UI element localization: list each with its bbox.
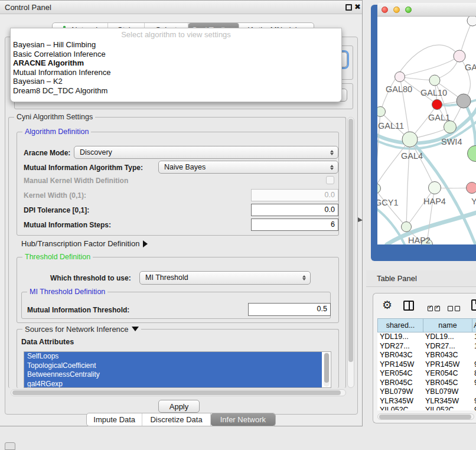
column-header-shared-name[interactable]: shared...: [377, 318, 423, 332]
node-table: shared... name A YDL19... YDL19... 13 YD…: [377, 318, 476, 410]
mi-type-select[interactable]: Naive Bayes: [158, 161, 338, 174]
close-traffic-light-icon[interactable]: [382, 6, 388, 13]
cell: [472, 351, 476, 360]
table-header-row: shared... name A: [377, 318, 476, 332]
table-row[interactable]: YDR27... YDR27... 12: [377, 342, 476, 351]
network-window-titlebar[interactable]: [377, 3, 476, 17]
hub-definition-label: Hub/Transcription Factor Definition: [21, 239, 139, 248]
algorithm-option[interactable]: Mutual Information Inference: [13, 68, 338, 77]
cell: YBR043C: [423, 351, 472, 360]
aracne-mode-select[interactable]: Discovery: [74, 146, 338, 159]
aracne-mode-value: Discovery: [80, 148, 112, 156]
algorithm-option[interactable]: Basic Correlation Inference: [13, 50, 338, 59]
control-panel-title: Control Panel: [5, 3, 51, 12]
column-header-name[interactable]: name: [423, 318, 472, 332]
settings-vscroll-thumb[interactable]: [348, 119, 353, 362]
node-label: GAL: [465, 63, 476, 72]
deselect-all-columns-icon[interactable]: [448, 303, 460, 314]
cell: 9.: [472, 379, 476, 388]
cell: YLR345W: [423, 397, 472, 406]
attribute-item[interactable]: TopologicalCoefficient: [24, 361, 322, 371]
kernel-width-input[interactable]: 0.0: [251, 189, 338, 201]
manual-kernel-label: Manual Kernel Width Definition: [24, 177, 128, 185]
settings-hscroll-thumb[interactable]: [12, 390, 341, 395]
node-label: Y: [471, 197, 476, 206]
manual-kernel-checkbox[interactable]: [326, 176, 334, 184]
cell: YIL052C: [377, 406, 423, 410]
tab-discretize-data[interactable]: Discretize Data: [142, 413, 210, 426]
control-panel-window: Control Panel ✖ Network Style Select: [0, 0, 363, 426]
dpi-tolerance-input[interactable]: 0.0: [251, 204, 338, 216]
combo-arrows-icon: [302, 272, 306, 284]
node-hap4: [429, 182, 441, 194]
table-hscroll-thumb[interactable]: [379, 415, 471, 419]
cell: 12: [472, 342, 476, 351]
node-label: GAL1: [428, 113, 450, 122]
table-row[interactable]: YBL079W YBL079W: [377, 387, 476, 397]
tab-infer-network[interactable]: Infer Network: [211, 413, 275, 426]
node-gal11: [377, 107, 386, 117]
export-table-icon[interactable]: [471, 299, 476, 311]
hub-definition-expander[interactable]: Hub/Transcription Factor Definition: [21, 239, 148, 248]
table-row[interactable]: YLR345W YLR345W 9.: [377, 397, 476, 406]
collapsed-panel-button[interactable]: [5, 442, 15, 450]
attribute-item[interactable]: BetweennessCentrality: [24, 370, 322, 380]
minimize-traffic-light-icon[interactable]: [393, 6, 400, 13]
node-red: [432, 100, 442, 110]
algorithm-option[interactable]: Dream8 DC_TDC Algorithm: [13, 86, 338, 96]
cell: 9.: [472, 397, 476, 406]
bottom-tabbar: Impute Data Discretize Data Infer Networ…: [86, 413, 276, 426]
column-header-partial[interactable]: A: [472, 318, 476, 332]
table-row[interactable]: YPR145W YPR145W 9.: [377, 360, 476, 370]
node-label: GAL80: [386, 84, 412, 94]
mi-steps-label: Mutual Information Steps:: [24, 221, 111, 229]
table-row[interactable]: YBR045C YBR045C 9.: [377, 379, 476, 388]
attribute-list-scrollbar[interactable]: [324, 353, 330, 387]
attribute-item[interactable]: SelfLoops: [24, 352, 322, 361]
gear-icon[interactable]: ⚙: [382, 298, 392, 312]
node-gcy1: [377, 184, 381, 194]
settings-horizontal-scrollbar[interactable]: [11, 389, 346, 396]
node-label: GAL11: [378, 121, 404, 131]
dpi-tolerance-label: DPI Tolerance [0,1]:: [24, 206, 89, 214]
sources-group-title[interactable]: Sources for Network Inference: [22, 325, 141, 334]
table-row[interactable]: YBR043C YBR043C: [377, 351, 476, 360]
table-horizontal-scrollbar[interactable]: [377, 413, 474, 420]
algorithm-option[interactable]: Bayesian – Hill Climbing: [13, 40, 338, 50]
table-row-partial[interactable]: YIL052C YIL052C 9: [377, 406, 476, 410]
cell: YBL079W: [377, 387, 423, 397]
settings-group-title: Cyni Algorithm Settings: [14, 113, 95, 121]
cell: YER054C: [423, 369, 472, 379]
table-row[interactable]: YER054C YER054C 8.: [377, 369, 476, 379]
float-window-icon[interactable]: [345, 4, 352, 11]
which-threshold-label: Which threshold to use:: [50, 274, 131, 282]
node-gal-pink: [454, 50, 465, 62]
select-all-columns-icon[interactable]: [428, 303, 440, 314]
table-row[interactable]: YDL19... YDL19... 13: [377, 332, 476, 342]
apply-button[interactable]: Apply: [158, 400, 200, 413]
which-threshold-select[interactable]: MI Threshold: [139, 271, 311, 285]
mi-steps-input[interactable]: 6: [251, 219, 338, 231]
settings-vertical-scrollbar[interactable]: [347, 117, 354, 388]
cell: 13: [472, 332, 476, 342]
tab-infer-network-label: Infer Network: [220, 415, 266, 424]
cell: [472, 387, 476, 397]
data-attributes-list[interactable]: SelfLoops TopologicalCoefficient Between…: [24, 351, 331, 388]
cell: 9.: [472, 360, 476, 370]
zoom-traffic-light-icon[interactable]: [405, 6, 412, 13]
node-gray: [457, 94, 471, 108]
which-threshold-value: MI Threshold: [145, 273, 188, 282]
algorithm-option-aracne[interactable]: ARACNE Algorithm: [13, 58, 338, 68]
node-green-right: [468, 146, 476, 162]
close-window-icon[interactable]: ✖: [354, 2, 361, 11]
cell: YER054C: [377, 369, 423, 379]
network-canvas[interactable]: GAL GAL80 GAL10 GAL1 GAL11 SWI4 GAL4 GCY…: [377, 17, 476, 244]
tab-impute-data-label: Impute Data: [93, 415, 135, 424]
algorithm-option[interactable]: Bayesian – K2: [13, 77, 338, 86]
cell: YLR345W: [377, 397, 423, 406]
mouse-cursor: [358, 217, 363, 222]
mi-threshold-input[interactable]: 0.5: [248, 303, 331, 316]
tab-impute-data[interactable]: Impute Data: [87, 413, 142, 426]
columns-icon[interactable]: [403, 301, 414, 311]
attribute-item[interactable]: gal4RGexp: [24, 380, 322, 389]
